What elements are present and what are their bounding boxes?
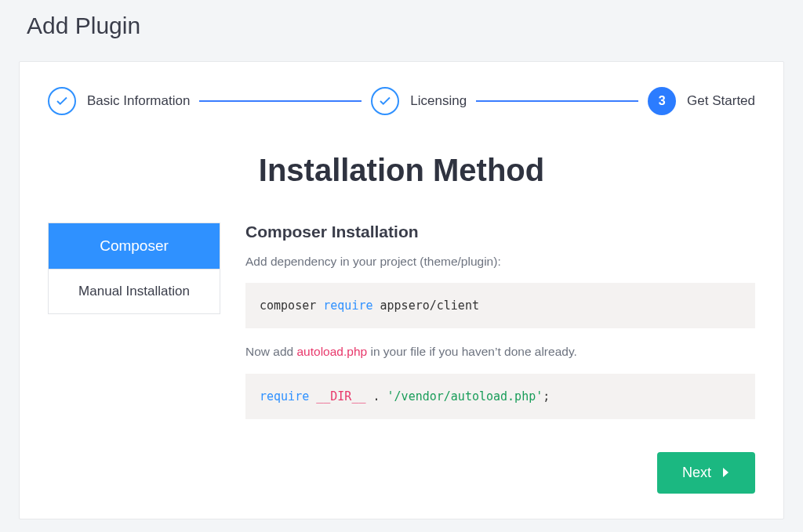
desc-text: in your file if you haven’t done already… <box>367 345 577 358</box>
step-label: Basic Information <box>87 93 190 109</box>
next-button[interactable]: Next <box>657 452 755 494</box>
code-string: '/vendor/autoload.php' <box>387 389 543 404</box>
installation-method-heading: Installation Method <box>48 153 755 188</box>
composer-installation-title: Composer Installation <box>245 223 755 241</box>
page-title: Add Plugin <box>27 13 784 39</box>
step-connector <box>476 100 638 102</box>
code-text: ; <box>543 389 550 404</box>
check-icon <box>371 87 399 115</box>
code-keyword: require <box>260 389 309 404</box>
check-icon <box>48 87 76 115</box>
code-text: . <box>365 389 387 404</box>
desc-text: Now add <box>245 345 296 358</box>
footer-actions: Next <box>48 452 755 494</box>
composer-desc-1: Add dependency in your project (theme/pl… <box>245 252 755 270</box>
step-basic-information[interactable]: Basic Information <box>48 87 190 115</box>
composer-desc-2: Now add autoload.php in your file if you… <box>245 342 755 360</box>
tab-manual-installation[interactable]: Manual Installation <box>49 270 220 313</box>
step-label: Get Started <box>687 93 755 109</box>
install-method-menu: Composer Manual Installation <box>48 223 220 314</box>
tab-composer[interactable]: Composer <box>49 223 220 270</box>
step-label: Licensing <box>410 93 467 109</box>
step-get-started: 3 Get Started <box>648 87 755 115</box>
caret-right-icon <box>722 467 730 478</box>
install-method-panel: Composer Installation Add dependency in … <box>245 223 755 433</box>
step-number-icon: 3 <box>648 87 676 115</box>
next-button-label: Next <box>682 465 711 481</box>
code-const: __DIR__ <box>316 389 365 404</box>
wizard-card: Basic Information Licensing 3 Get Starte… <box>19 61 784 519</box>
autoload-code: require __DIR__ . '/vendor/autoload.php'… <box>245 374 755 419</box>
step-licensing[interactable]: Licensing <box>371 87 467 115</box>
code-text: composer <box>260 299 323 313</box>
composer-require-code: composer require appsero/client <box>245 283 755 328</box>
code-keyword: require <box>323 299 372 313</box>
stepper: Basic Information Licensing 3 Get Starte… <box>48 87 755 115</box>
code-text: appsero/client <box>373 299 479 313</box>
step-connector <box>199 100 362 102</box>
content-row: Composer Manual Installation Composer In… <box>48 223 755 433</box>
desc-highlight: autoload.php <box>296 345 367 358</box>
